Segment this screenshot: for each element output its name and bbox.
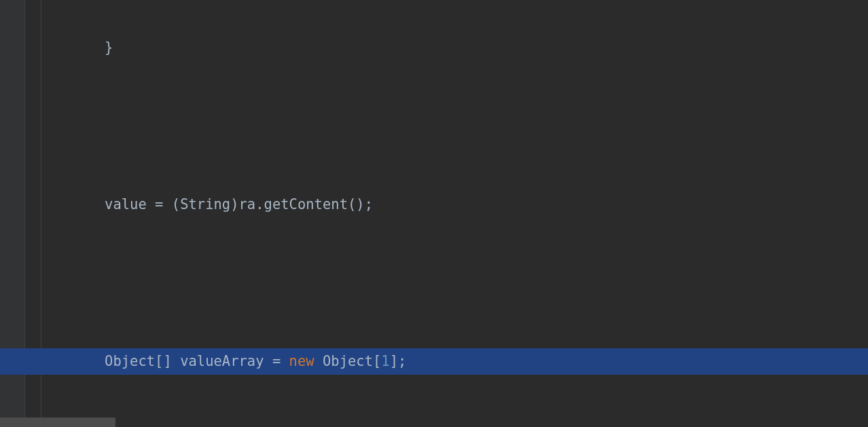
keyword-new: new	[289, 353, 314, 369]
code-line[interactable]	[0, 113, 868, 140]
code-editor[interactable]: } value = (String)ra.getContent(); Objec…	[0, 0, 868, 427]
code-text: value = (String)ra.getContent();	[54, 196, 373, 212]
number-literal: 1	[381, 353, 389, 369]
code-text: Object[] valueArray =	[54, 353, 289, 369]
code-line-current[interactable]: Object[] valueArray = new Object[1];	[0, 348, 868, 375]
gutter-highlight-current-line	[0, 348, 24, 375]
code-line[interactable]: }	[0, 35, 868, 61]
horizontal-scrollbar-thumb[interactable]	[0, 417, 115, 427]
code-text: }	[54, 39, 113, 56]
code-line[interactable]	[0, 270, 868, 297]
code-block[interactable]: } value = (String)ra.getContent(); Objec…	[0, 0, 868, 427]
code-line[interactable]: value = (String)ra.getContent();	[0, 191, 868, 218]
code-text: ];	[390, 353, 407, 369]
code-text: Object[	[314, 353, 382, 369]
